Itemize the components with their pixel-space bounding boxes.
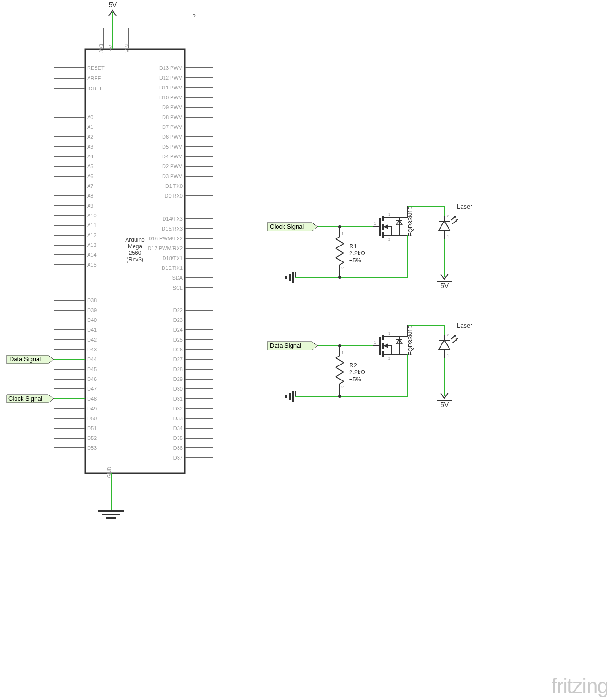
- laser-1: Laser 2 1: [439, 203, 472, 239]
- right-lower-pins: D22D23D24D25D26D27D28D29D30D31D32D33D34D…: [173, 307, 213, 461]
- svg-text:D38: D38: [87, 298, 97, 303]
- svg-text:D27: D27: [173, 357, 183, 362]
- svg-text:D53: D53: [87, 445, 97, 451]
- svg-point-169: [338, 276, 341, 279]
- svg-text:A14: A14: [87, 252, 97, 258]
- svg-text:D22: D22: [173, 307, 183, 313]
- svg-text:D13 PWM: D13 PWM: [159, 65, 183, 71]
- svg-text:RESET: RESET: [87, 65, 105, 71]
- svg-text:A11: A11: [87, 223, 97, 228]
- svg-marker-197: [439, 221, 450, 231]
- svg-text:D37: D37: [173, 455, 183, 461]
- svg-text:D42: D42: [87, 337, 97, 343]
- svg-text:D31: D31: [173, 396, 183, 402]
- svg-text:D4 PWM: D4 PWM: [162, 154, 183, 159]
- svg-text:A13: A13: [87, 242, 97, 248]
- svg-text:D19/RX1: D19/RX1: [162, 265, 183, 271]
- svg-text:D2 PWM: D2 PWM: [162, 164, 183, 169]
- pin-3v3: 3V3: [98, 44, 104, 53]
- svg-text:1: 1: [447, 353, 449, 358]
- svg-text:D43: D43: [87, 347, 97, 352]
- svg-text:D15/RX3: D15/RX3: [162, 226, 183, 231]
- driver2-signal-label: Data Signal: [270, 342, 301, 349]
- svg-text:Clock Signal: Clock Signal: [8, 395, 42, 402]
- svg-text:2: 2: [341, 266, 344, 270]
- svg-text:D34: D34: [173, 425, 183, 431]
- svg-text:D26: D26: [173, 347, 183, 352]
- board-name-4: (Rev3): [127, 256, 143, 263]
- svg-text:D47: D47: [87, 386, 97, 392]
- mosfet-1: FQP33N10 1 3 2: [373, 206, 414, 277]
- svg-text:1: 1: [447, 234, 449, 239]
- svg-text:2: 2: [388, 356, 390, 361]
- svg-text:A12: A12: [87, 232, 97, 238]
- svg-text:2.2kΩ: 2.2kΩ: [349, 250, 366, 257]
- svg-text:A4: A4: [87, 154, 93, 159]
- svg-text:Laser: Laser: [457, 322, 472, 329]
- question-mark: ?: [192, 13, 196, 20]
- svg-text:D24: D24: [173, 327, 183, 333]
- svg-text:1: 1: [341, 231, 344, 236]
- svg-text:D46: D46: [87, 376, 97, 382]
- svg-text:D40: D40: [87, 317, 97, 323]
- svg-text:2: 2: [447, 214, 449, 218]
- svg-text:D1 TX0: D1 TX0: [165, 183, 183, 189]
- svg-point-220: [338, 395, 341, 398]
- svg-text:SCL: SCL: [173, 285, 183, 290]
- svg-text:D5 PWM: D5 PWM: [162, 144, 183, 149]
- svg-text:FQP33N10: FQP33N10: [407, 325, 414, 356]
- svg-text:A0: A0: [87, 114, 93, 120]
- svg-text:A8: A8: [87, 193, 93, 199]
- svg-text:5V: 5V: [441, 282, 449, 290]
- svg-text:D7 PWM: D7 PWM: [162, 124, 183, 130]
- svg-text:D17 PWM/RX2: D17 PWM/RX2: [148, 246, 183, 251]
- svg-text:A2: A2: [87, 134, 93, 140]
- svg-text:SDA: SDA: [172, 275, 183, 281]
- svg-text:±5%: ±5%: [349, 376, 361, 383]
- svg-text:A7: A7: [87, 183, 93, 189]
- pin-5v: 5V: [108, 45, 113, 52]
- svg-text:D52: D52: [87, 435, 97, 441]
- svg-text:D25: D25: [173, 337, 183, 343]
- svg-text:D11 PWM: D11 PWM: [159, 85, 183, 90]
- arduino-mega-block: Arduino Mega 2560 (Rev3) 3V3 5V 5V VIN ?…: [54, 1, 213, 518]
- driver-circuit-1: Clock Signal R1 2.2kΩ ±5% 1 2: [267, 203, 472, 290]
- svg-text:1: 1: [374, 340, 376, 345]
- svg-text:1: 1: [374, 221, 376, 226]
- svg-text:D33: D33: [173, 416, 183, 421]
- svg-text:D8 PWM: D8 PWM: [162, 114, 183, 120]
- svg-text:D23: D23: [173, 317, 183, 323]
- svg-text:2: 2: [447, 333, 449, 337]
- svg-text:D35: D35: [173, 435, 183, 441]
- svg-text:A9: A9: [87, 203, 93, 209]
- svg-text:D49: D49: [87, 406, 97, 411]
- left-digital-pins: D38D39D40D41D42D43D44D45D46D47D48D49D50D…: [54, 298, 97, 451]
- svg-text:3: 3: [388, 212, 390, 216]
- svg-text:D6 PWM: D6 PWM: [162, 134, 183, 140]
- svg-text:D32: D32: [173, 406, 183, 411]
- label-5v-top: 5V: [109, 1, 117, 8]
- svg-text:2: 2: [388, 237, 390, 242]
- board-name-2: Mega: [128, 243, 142, 250]
- svg-text:A1: A1: [87, 124, 93, 130]
- svg-text:D45: D45: [87, 366, 97, 372]
- svg-text:D0 RX0: D0 RX0: [164, 193, 183, 199]
- svg-text:D18/TX1: D18/TX1: [163, 255, 183, 261]
- svg-text:A15: A15: [87, 262, 97, 268]
- right-upper-pins: D13 PWMD12 PWMD11 PWMD10 PWMD9 PWMD8 PWM…: [159, 65, 213, 199]
- left-analog-pins: A0A1A2A3A4A5A6A7A8A9A10A11A12A13A14A15: [54, 114, 97, 268]
- svg-text:D28: D28: [173, 366, 183, 372]
- svg-text:Data Signal: Data Signal: [9, 356, 41, 363]
- svg-text:FQP33N10: FQP33N10: [407, 206, 414, 237]
- svg-text:D50: D50: [87, 416, 97, 421]
- svg-text:A6: A6: [87, 173, 93, 179]
- driver-circuit-2: Data Signal R2 2.2kΩ ±5% 1 2: [267, 322, 472, 409]
- laser-2: Laser 2 1: [439, 322, 472, 358]
- svg-text:D3 PWM: D3 PWM: [162, 173, 183, 179]
- svg-text:2: 2: [341, 385, 344, 389]
- driver1-signal-label: Clock Signal: [270, 223, 304, 230]
- svg-text:A5: A5: [87, 164, 93, 169]
- board-name-3: 2560: [129, 250, 142, 256]
- svg-text:1: 1: [341, 350, 344, 355]
- svg-text:D48: D48: [87, 396, 97, 402]
